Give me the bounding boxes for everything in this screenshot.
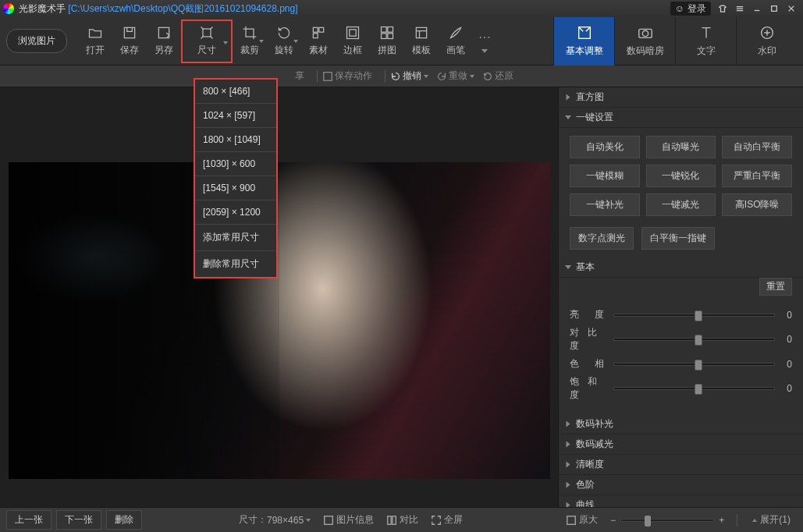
slider-thumb[interactable]	[695, 335, 702, 346]
btn-iso-denoise[interactable]: 高ISO降噪	[722, 193, 792, 216]
maximize-button[interactable]	[766, 2, 783, 16]
slider-track[interactable]	[613, 363, 775, 366]
size-option[interactable]: [2059] × 1200	[195, 200, 276, 225]
tool-more[interactable]: ⋯	[473, 20, 496, 63]
tool-brush[interactable]: 画笔	[439, 20, 473, 63]
section-histogram[interactable]: 直方图	[559, 87, 803, 108]
next-button[interactable]: 下一张	[56, 510, 101, 530]
tab-text[interactable]: 文字	[675, 17, 736, 66]
compare-button[interactable]: 对比	[386, 513, 418, 527]
tab-darkroom[interactable]: 数码暗房	[614, 17, 675, 66]
size-option[interactable]: [1030] × 600	[195, 152, 276, 176]
slider-track[interactable]	[613, 387, 775, 390]
btn-severe-wb[interactable]: 严重白平衡	[722, 165, 792, 187]
menu-button[interactable]	[731, 2, 748, 16]
minimize-button[interactable]	[748, 2, 766, 16]
share-button[interactable]: 享	[295, 69, 304, 83]
zoom-out-icon[interactable]: −	[610, 515, 616, 526]
reset-button[interactable]: 重置	[759, 278, 792, 296]
svg-rect-8	[350, 30, 356, 36]
slider-thumb[interactable]	[695, 310, 702, 321]
browse-button[interactable]: 浏览图片	[6, 29, 67, 53]
btn-wb-onekey[interactable]: 白平衡一指键	[641, 227, 715, 250]
svg-rect-18	[324, 72, 332, 80]
slider-thumb[interactable]	[695, 360, 702, 371]
section-basic[interactable]: 基本	[559, 257, 803, 278]
tab-watermark[interactable]: 水印	[736, 17, 797, 66]
btn-auto-wb[interactable]: 自动白平衡	[722, 136, 792, 158]
caret-icon	[567, 442, 570, 448]
skin-button[interactable]	[714, 2, 731, 16]
tool-template[interactable]: 模板	[404, 20, 439, 63]
slider-value: 0	[781, 383, 792, 394]
delete-button[interactable]: 删除	[106, 510, 142, 530]
zoom-thumb[interactable]	[645, 516, 651, 527]
tab-basic-adjust[interactable]: 基本调整	[553, 17, 614, 66]
caret-icon	[567, 462, 570, 468]
btn-reduce-light[interactable]: 一键减光	[646, 193, 716, 216]
tool-save[interactable]: 保存	[112, 20, 147, 63]
slider-thumb[interactable]	[695, 384, 702, 395]
section-数码补光[interactable]: 数码补光	[559, 414, 803, 434]
redo-button[interactable]: 重做	[436, 69, 474, 83]
size-dropdown: 800 × [466]1024 × [597]1800 × [1049][103…	[194, 78, 278, 278]
expand-button[interactable]: 展开(1)	[750, 513, 791, 527]
photo-preview	[9, 162, 550, 479]
info-button[interactable]: 图片信息	[323, 513, 374, 527]
tool-saveas[interactable]: 另存	[147, 20, 181, 63]
size-option[interactable]: [1545] × 900	[195, 176, 276, 200]
svg-rect-7	[347, 27, 359, 39]
save-action-button[interactable]: 保存动作	[322, 69, 372, 83]
caret-icon	[565, 115, 571, 119]
login-button[interactable]: ☺登录	[670, 2, 711, 16]
svg-rect-12	[388, 34, 393, 39]
tool-resize[interactable]: 尺寸	[181, 20, 233, 63]
prev-button[interactable]: 上一张	[6, 510, 52, 530]
btn-fill-light[interactable]: 一键补光	[570, 193, 640, 216]
extra-grid: 数字点测光 白平衡一指键	[559, 224, 803, 257]
btn-spot-meter[interactable]: 数字点测光	[570, 227, 634, 250]
zoom-in-icon[interactable]: +	[719, 515, 724, 526]
tool-frame[interactable]: 边框	[336, 20, 370, 63]
btn-auto-beautify[interactable]: 自动美化	[570, 136, 640, 158]
chevron-down-icon	[752, 519, 757, 522]
section-清晰度[interactable]: 清晰度	[559, 455, 803, 475]
slider-row: 色 相0	[570, 357, 792, 371]
size-option[interactable]: 1024 × [597]	[195, 104, 276, 128]
section-曲线[interactable]: 曲线	[559, 495, 803, 507]
slider-track[interactable]	[613, 314, 775, 317]
section-色阶[interactable]: 色阶	[559, 475, 803, 495]
btn-blur[interactable]: 一键模糊	[570, 165, 640, 187]
close-button[interactable]	[783, 2, 800, 16]
slider-label: 饱 和 度	[570, 375, 607, 402]
zoom-slider[interactable]: − +	[610, 515, 724, 526]
btn-auto-exposure[interactable]: 自动曝光	[646, 136, 716, 158]
app-icon	[3, 3, 14, 14]
size-option[interactable]: 800 × [466]	[195, 80, 276, 104]
section-数码减光[interactable]: 数码减光	[559, 434, 803, 455]
size-option[interactable]: 1800 × [1049]	[195, 128, 276, 152]
undo-button[interactable]: 撤销	[390, 69, 428, 83]
zoom-track[interactable]	[620, 519, 714, 522]
file-path: [C:\Users\xzwh\Desktop\QQ截图2016102109462…	[68, 3, 297, 14]
size-option[interactable]: 删除常用尺寸	[195, 251, 276, 277]
chevron-down-icon	[259, 40, 264, 43]
tool-open[interactable]: 打开	[78, 20, 112, 63]
caret-icon	[565, 265, 571, 269]
svg-rect-5	[319, 27, 324, 32]
restore-button[interactable]: 还原	[482, 69, 513, 83]
tool-rotate[interactable]: 旋转	[267, 20, 301, 63]
slider-track[interactable]	[613, 338, 775, 341]
size-option[interactable]: 添加常用尺寸	[195, 225, 276, 251]
btn-sharpen[interactable]: 一键锐化	[646, 165, 716, 187]
app-name: 光影魔术手	[19, 3, 66, 14]
original-size-button[interactable]: 原大	[566, 513, 598, 527]
tool-material[interactable]: 素材	[301, 20, 336, 63]
canvas-area[interactable]	[0, 87, 558, 507]
section-oneclick[interactable]: 一键设置	[559, 108, 803, 128]
tool-collage[interactable]: 拼图	[370, 20, 404, 63]
fullscreen-button[interactable]: 全屏	[431, 513, 463, 527]
login-label: 登录	[688, 2, 706, 16]
caret-icon	[567, 482, 570, 488]
tool-crop[interactable]: 裁剪	[233, 20, 267, 63]
